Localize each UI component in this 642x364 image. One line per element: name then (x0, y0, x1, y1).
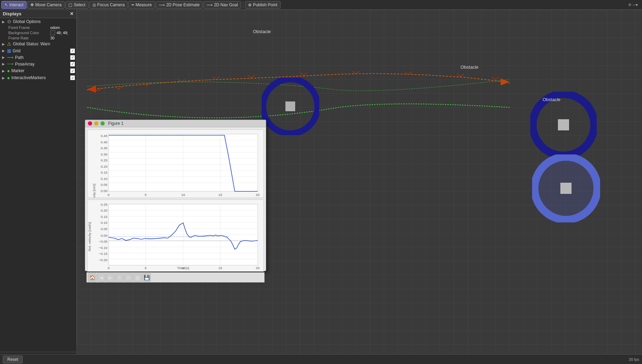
pose-estimate-label: 2D Pose Estimate (166, 2, 200, 7)
nav-goal-button[interactable]: ⟶ 2D Nav Goal (203, 1, 241, 9)
toolbar-extra-icon: ✛ ─▾ (628, 2, 638, 7)
svg-line-4 (143, 83, 147, 86)
fig-home-button[interactable]: 🏠 (88, 273, 96, 282)
prop-background-color: Background Color 48; 48; (0, 30, 76, 36)
svg-line-5 (147, 83, 150, 86)
frame-rate-key: Frame Rate (8, 36, 50, 40)
select-label: Select (74, 2, 85, 7)
frame-rate-val: 30 (50, 36, 54, 40)
fig-subplot-button[interactable]: ▦ (133, 273, 142, 282)
figure-maximize-button[interactable] (100, 121, 105, 126)
sidebar-item-path[interactable]: ▶ ⟿ Path ✓ (0, 54, 76, 61)
expand-arrow-global-options: ▶ (1, 20, 6, 24)
publish-point-icon: ⊕ (248, 2, 252, 7)
expand-arrow-pose-array: ▶ (1, 62, 6, 66)
figure-close-button[interactable] (88, 121, 92, 126)
svg-rect-23 (285, 101, 295, 111)
pose-estimate-icon: ⟶ (159, 2, 165, 7)
svg-rect-27 (560, 183, 572, 194)
figure-titlebar: Figure 1 (85, 120, 266, 127)
fig-save-button[interactable]: 💾 (142, 273, 151, 282)
svg-text:15: 15 (218, 266, 222, 270)
svg-rect-25 (558, 119, 569, 130)
svg-text:0.00: 0.00 (101, 189, 108, 193)
measure-button[interactable]: ━ Measure (128, 1, 155, 9)
svg-text:0.05: 0.05 (101, 183, 108, 187)
publish-point-button[interactable]: ⊕ Publish Point (245, 1, 281, 9)
reset-button[interactable]: Reset (3, 356, 23, 363)
statusbar: Reset 30 fps (0, 354, 642, 364)
svg-text:−0.20: −0.20 (99, 258, 107, 261)
svg-text:Rot. velocity [rad/s]: Rot. velocity [rad/s] (88, 222, 91, 251)
figure-window[interactable]: Figure 1 (85, 120, 266, 271)
nav-goal-icon: ⟶ (207, 2, 212, 7)
select-button[interactable]: ▢ Select (65, 1, 88, 9)
interact-icon: ↖ (5, 2, 8, 7)
sidebar-item-pose-array[interactable]: ▶ ⟶ PoseArray ✓ (0, 61, 76, 67)
pose-estimate-button[interactable]: ⟶ 2D Pose Estimate (156, 1, 203, 9)
interact-label: Interact (9, 2, 23, 7)
fixed-frame-val: odom (50, 25, 60, 30)
toolbar: ↖ Interact ✥ Move Camera ▢ Select ◎ Focu… (0, 0, 642, 10)
svg-line-6 (178, 79, 181, 82)
svg-text:5: 5 (145, 193, 147, 197)
svg-line-18 (457, 74, 461, 77)
global-status-label: Global Status: Warn (13, 41, 75, 46)
focus-camera-icon: ◎ (92, 2, 96, 7)
interact-button[interactable]: ↖ Interact (1, 1, 27, 9)
sidebar-item-interactive-markers[interactable]: ▶ ● InteractiveMarkers ✓ (0, 74, 76, 81)
move-camera-label: Move Camera (35, 2, 61, 7)
svg-text:20: 20 (256, 193, 260, 197)
path-checkbox[interactable]: ✓ (70, 55, 75, 60)
measure-icon: ━ (132, 2, 134, 7)
global-options-label: Global Options (13, 19, 75, 24)
marker-label: Marker (11, 68, 69, 73)
fig-forward-button[interactable]: ▶ (106, 273, 114, 282)
move-camera-icon: ✥ (30, 2, 34, 7)
right-arrow (501, 78, 509, 85)
chart-bot: 0.25 0.20 0.15 0.10 0.05 0.00 −0.05 −0.1… (87, 199, 264, 272)
obstacle-circle-1 (262, 78, 319, 135)
sidebar-item-marker[interactable]: ▶ ● Marker ✓ (0, 67, 76, 74)
figure-minimize-button[interactable] (94, 121, 98, 126)
svg-text:0.05: 0.05 (101, 227, 108, 231)
svg-line-1 (98, 88, 101, 91)
interactive-markers-icon: ● (7, 75, 10, 81)
interactive-markers-checkbox[interactable]: ✓ (70, 75, 75, 80)
robot-obstacle-1 (262, 78, 319, 135)
sidebar-scroll[interactable]: ▶ ⚙ Global Options Fixed Frame odom Back… (0, 18, 76, 352)
fig-back-button[interactable]: ◀ (97, 273, 105, 282)
expand-arrow-interactive-markers: ▶ (1, 76, 6, 80)
fig-zoom-button[interactable]: ⊘ (124, 273, 133, 282)
svg-line-17 (408, 72, 412, 75)
svg-text:−0.15: −0.15 (99, 252, 107, 256)
move-camera-button[interactable]: ✥ Move Camera (27, 1, 65, 9)
focus-camera-button[interactable]: ◎ Focus Camera (89, 1, 128, 9)
svg-text:0: 0 (108, 266, 110, 270)
svg-line-7 (181, 79, 185, 82)
path-label: Path (15, 55, 69, 60)
marker-checkbox[interactable]: ✓ (70, 68, 75, 73)
svg-text:0.25: 0.25 (101, 203, 108, 206)
sidebar-item-global-options[interactable]: ▶ ⚙ Global Options (0, 18, 76, 25)
chart-top-svg: 0.00 0.05 0.10 0.15 0.20 0.25 0.30 0.35 … (88, 130, 263, 198)
sidebar-item-global-status[interactable]: ▶ ⚠ Global Status: Warn (0, 40, 76, 47)
expand-arrow-global-status: ▶ (1, 42, 6, 46)
sidebar-close-button[interactable]: ✕ (70, 11, 74, 16)
svg-line-20 (492, 77, 495, 79)
svg-line-10 (248, 75, 251, 78)
sidebar-header: Displays ✕ (0, 10, 76, 18)
sidebar-item-grid[interactable]: ▶ ▦ Grid ✓ (0, 47, 76, 54)
pose-array-label: PoseArray (15, 62, 69, 67)
obstacle-label-1: Obstacle (253, 29, 271, 34)
obstacle-circle-right-bottom (532, 154, 600, 222)
svg-text:0: 0 (108, 193, 110, 197)
pose-array-checkbox[interactable]: ✓ (70, 62, 75, 67)
svg-text:0.30: 0.30 (101, 152, 108, 156)
expand-arrow-grid: ▶ (1, 49, 6, 53)
fig-pan-button[interactable]: ✛ (115, 273, 124, 282)
svg-line-0 (94, 88, 98, 91)
svg-text:Trans. velocity [m/s]: Trans. velocity [m/s] (92, 184, 96, 198)
svg-line-12 (300, 73, 304, 75)
grid-checkbox[interactable]: ✓ (70, 48, 75, 53)
